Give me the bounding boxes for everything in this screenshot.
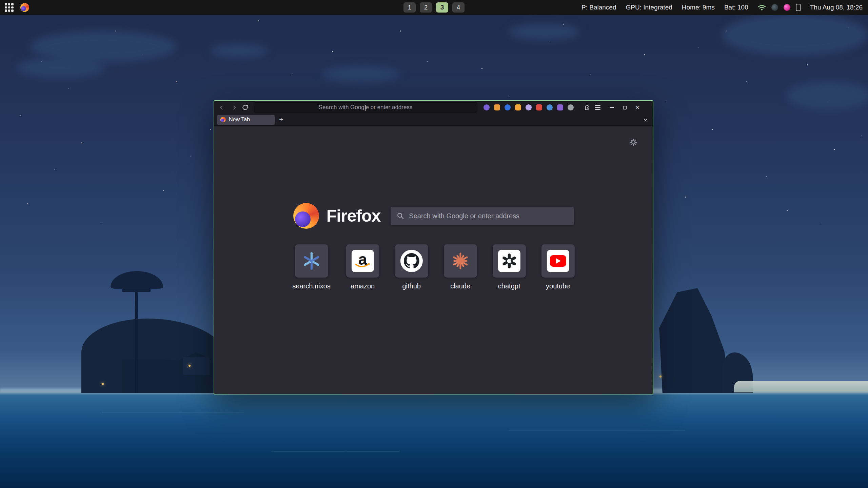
hut	[183, 357, 210, 375]
menu-button[interactable]	[594, 104, 602, 111]
cloud	[210, 44, 268, 58]
shortcut-label: chatgpt	[498, 282, 520, 290]
reload-button[interactable]	[241, 103, 250, 112]
workspace-button-1[interactable]: 1	[403, 2, 416, 13]
tab-title: New Tab	[229, 117, 250, 123]
shortcut-label: github	[402, 282, 421, 290]
firefox-window: × New Tab +	[214, 100, 653, 394]
list-all-tabs-button[interactable]	[641, 115, 650, 124]
firefox-launcher-icon[interactable]	[20, 3, 29, 12]
shortcut-tile: a	[346, 244, 379, 278]
workspace-button-4[interactable]: 4	[452, 2, 465, 13]
chevron-left-icon	[220, 105, 224, 110]
chevron-right-icon	[232, 105, 236, 110]
extension-icon[interactable]	[557, 104, 563, 110]
watchtower-canopy	[111, 271, 163, 289]
sea-streak	[102, 412, 244, 413]
back-button[interactable]	[218, 103, 226, 112]
shortcut-amazon[interactable]: a amazon	[346, 244, 379, 290]
extension-icon[interactable]	[505, 104, 511, 110]
system-tray	[758, 4, 801, 11]
shortcut-label: youtube	[546, 282, 570, 290]
watchtower-deck	[122, 289, 151, 292]
desktop: { "topbar": { "workspaces": { "items": […	[0, 0, 868, 488]
wifi-icon[interactable]	[758, 4, 766, 11]
newtab-search-bar[interactable]	[391, 207, 574, 225]
shortcut-claude[interactable]: claude	[444, 244, 477, 290]
extension-icon[interactable]	[536, 104, 542, 110]
cloud	[17, 58, 105, 78]
reload-icon	[242, 104, 249, 111]
play-triangle	[556, 258, 561, 264]
tab-bar: New Tab +	[214, 114, 653, 126]
tab-new-tab[interactable]: New Tab	[217, 115, 275, 125]
minimize-button[interactable]	[608, 104, 615, 111]
shortcut-tile	[295, 244, 328, 278]
tray-icon-pink[interactable]	[784, 4, 790, 11]
beach	[734, 381, 868, 392]
shortcut-label: search.nixos	[292, 282, 330, 290]
extensions-button[interactable]	[582, 103, 591, 112]
github-icon	[400, 250, 423, 272]
extension-icon[interactable]	[494, 104, 500, 110]
firefox-tab-icon	[220, 117, 226, 122]
extension-icon[interactable]	[526, 104, 532, 110]
browser-toolbar: ×	[214, 101, 653, 114]
maximize-button[interactable]	[621, 104, 628, 111]
app-launcher-icon[interactable]	[5, 3, 14, 12]
amazon-icon: a	[352, 250, 374, 272]
youtube-play-icon	[550, 255, 566, 267]
shortcut-chatgpt[interactable]: chatgpt	[493, 244, 526, 290]
phone-device-icon[interactable]	[796, 4, 801, 11]
watchtower-pole	[135, 278, 138, 393]
workspace-switcher: 1 2 3 4	[403, 0, 465, 15]
cloud	[509, 24, 580, 40]
newtab-hero: Firefox	[214, 203, 653, 229]
firefox-wordmark: Firefox	[327, 206, 381, 226]
chevron-down-icon	[644, 117, 647, 121]
hut-light	[189, 365, 191, 367]
text-caret	[366, 105, 366, 111]
power-profile-status: P: Balanced	[581, 4, 616, 11]
workspace-button-3-active[interactable]: 3	[436, 2, 448, 13]
personalize-button[interactable]	[629, 138, 638, 148]
youtube-icon	[547, 250, 569, 272]
shortcut-tile	[541, 244, 575, 278]
cliff-light	[659, 375, 662, 378]
puzzle-icon	[583, 104, 590, 111]
cloud	[722, 14, 868, 56]
extensions-row	[484, 104, 574, 110]
shortcut-tile	[395, 244, 428, 278]
url-bar[interactable]	[254, 102, 477, 113]
close-button[interactable]: ×	[634, 104, 641, 111]
forward-button[interactable]	[229, 103, 238, 112]
newtab-search-input[interactable]	[409, 212, 568, 220]
shore-light	[102, 383, 104, 385]
firefox-logo	[293, 203, 319, 229]
shortcut-tile	[444, 244, 477, 278]
workspace-button-2[interactable]: 2	[420, 2, 432, 13]
sea-streak	[509, 430, 685, 431]
window-controls: ×	[608, 104, 641, 111]
extension-icon[interactable]	[515, 104, 521, 110]
top-bar-right: P: Balanced GPU: Integrated Home: 9ms Ba…	[581, 4, 868, 11]
shortcuts-row: search.nixos a amazon	[292, 244, 574, 290]
search-icon	[397, 212, 404, 220]
top-bar: 1 2 3 4 P: Balanced GPU: Integrated Home…	[0, 0, 868, 15]
extension-icon[interactable]	[547, 104, 553, 110]
shortcut-label: claude	[450, 282, 470, 290]
cloud	[322, 66, 400, 82]
openai-knot-icon	[501, 253, 517, 269]
extension-icon[interactable]	[484, 104, 490, 110]
toolbar-divider	[578, 104, 578, 111]
new-tab-button[interactable]: +	[277, 115, 286, 124]
shortcut-search-nixos[interactable]: search.nixos	[292, 244, 330, 290]
shortcut-tile	[493, 244, 526, 278]
cliff	[653, 288, 734, 393]
tray-icon-dark[interactable]	[771, 4, 778, 11]
battery-status: Bat: 100	[724, 4, 748, 11]
nixos-snowflake-icon	[302, 251, 321, 271]
shortcut-youtube[interactable]: youtube	[541, 244, 575, 290]
extension-icon[interactable]	[568, 104, 574, 110]
shortcut-github[interactable]: github	[395, 244, 428, 290]
